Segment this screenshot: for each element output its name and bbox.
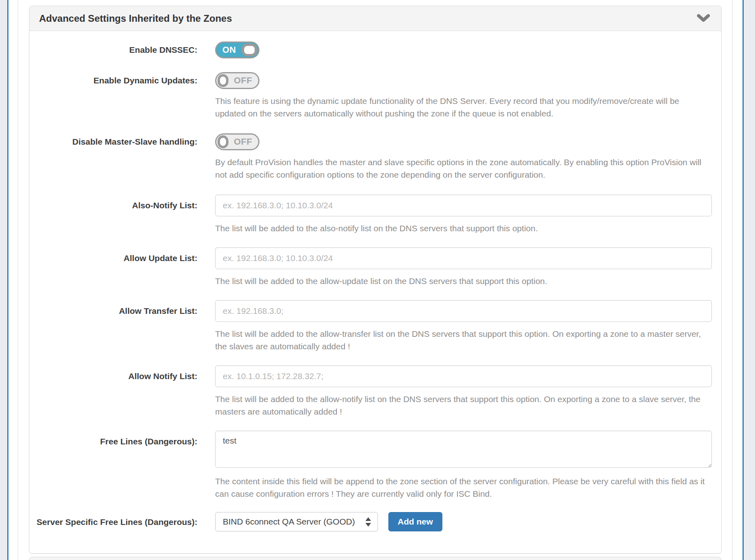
panel-header[interactable]: Advanced Settings Inherited by the Zones [29,6,721,31]
server-select-value: BIND 6connect QA Server (GOOD) [223,517,365,527]
row-free-lines: Free Lines (Dangerous): test The content… [29,431,721,500]
toggle-knob [242,44,257,56]
row-allow-update: Allow Update List: The list will be adde… [29,247,721,287]
row-allow-notify: Allow Notify List: The list will be adde… [29,365,721,418]
allow-transfer-help: The list will be added to the allow-tran… [215,328,712,353]
toggle-knob [218,74,228,87]
dynamic-updates-toggle[interactable]: OFF [215,72,259,89]
dynamic-updates-help: This feature is using the dynamic update… [215,95,712,120]
app-frame: Advanced Settings Inherited by the Zones… [7,0,744,560]
add-new-button[interactable]: Add new [388,512,442,531]
also-notify-help: The list will be added to the also-notif… [215,222,712,234]
toggle-state-label: ON [222,45,236,55]
toggle-knob [218,135,228,148]
allow-notify-label: Allow Notify List: [29,365,215,418]
enable-dnssec-label: Enable DNSSEC: [29,41,215,58]
allow-notify-help: The list will be added to the allow-noti… [215,393,712,418]
free-lines-label: Free Lines (Dangerous): [29,431,215,500]
collapsed-section-header[interactable] [29,557,722,560]
row-dynamic-updates: Enable Dynamic Updates: OFF This feature… [29,72,721,120]
allow-transfer-input[interactable] [215,300,712,322]
allow-update-label: Allow Update List: [29,247,215,287]
master-slave-help: By default ProVision handles the master … [215,156,712,181]
server-specific-label: Server Specific Free Lines (Dangerous): [29,512,215,531]
row-also-notify: Also-Notify List: The list will be added… [29,195,721,234]
panel-body: Enable DNSSEC: ON Enable Dynamic Updates… [29,31,721,553]
free-lines-textarea[interactable]: test [215,431,712,468]
allow-transfer-label: Allow Transfer List: [29,300,215,353]
master-slave-label: Disable Master-Slave handling: [29,133,215,181]
row-master-slave: Disable Master-Slave handling: OFF By de… [29,133,721,181]
toggle-state-label: OFF [234,75,253,86]
content-frame: Advanced Settings Inherited by the Zones… [18,0,732,560]
row-allow-transfer: Allow Transfer List: The list will be ad… [29,300,721,353]
dynamic-updates-label: Enable Dynamic Updates: [29,72,215,120]
master-slave-toggle[interactable]: OFF [215,133,259,150]
enable-dnssec-toggle[interactable]: ON [215,41,259,58]
also-notify-input[interactable] [215,195,712,216]
advanced-settings-panel: Advanced Settings Inherited by the Zones… [29,6,722,554]
select-arrows-icon [365,517,371,527]
allow-update-help: The list will be added to the allow-upda… [215,275,712,287]
server-select[interactable]: BIND 6connect QA Server (GOOD) [215,512,378,531]
row-enable-dnssec: Enable DNSSEC: ON [29,41,721,58]
toggle-state-label: OFF [234,137,253,147]
row-server-specific: Server Specific Free Lines (Dangerous): … [29,512,721,531]
panel-title: Advanced Settings Inherited by the Zones [39,13,232,24]
allow-update-input[interactable] [215,247,712,269]
allow-notify-input[interactable] [215,365,712,387]
also-notify-label: Also-Notify List: [29,195,215,234]
chevron-down-icon[interactable] [697,14,710,23]
free-lines-help: The content inside this field will be ap… [215,475,712,500]
